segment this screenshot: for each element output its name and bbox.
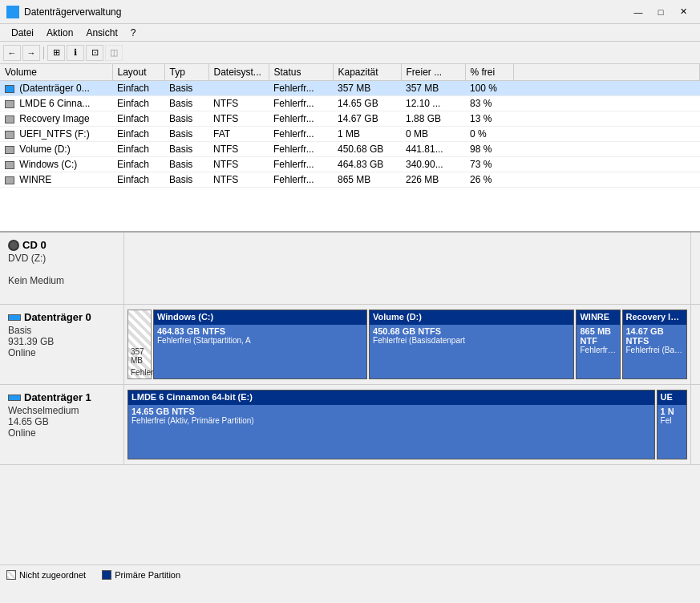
table-row[interactable]: WINRE Einfach Basis NTFS Fehlerfr... 865… [0, 172, 700, 188]
legend-primary: Primäre Partition [102, 570, 180, 580]
menu-ansicht[interactable]: Ansicht [79, 26, 123, 40]
disk1-type: Wechselmedium [8, 405, 115, 416]
table-row[interactable]: LMDE 6 Cinna... Einfach Basis NTFS Fehle… [0, 96, 700, 111]
forward-button[interactable]: → [22, 45, 40, 61]
disk0-icon [8, 314, 21, 321]
table-row[interactable]: (Datenträger 0... Einfach Basis Fehlerfr… [0, 81, 700, 96]
cell-extra [513, 81, 700, 96]
partition[interactable]: WINRE 865 MB NTF Fehlerfrei (B [576, 310, 620, 379]
partition-button[interactable]: ⊡ [86, 45, 103, 61]
partition-header: LMDE 6 Cinnamon 64-bit (E:) [128, 391, 654, 405]
cell-kapazitat: 14.67 GB [333, 111, 401, 127]
col-volume: Volume [0, 64, 112, 81]
toolbar: ← → ⊞ ℹ ⊡ ◫ [0, 42, 700, 64]
cell-freier: 441.81... [401, 142, 465, 157]
partition[interactable]: LMDE 6 Cinnamon 64-bit (E:) 14.65 GB NTF… [127, 390, 655, 459]
cell-extra [513, 157, 700, 172]
disk1-name: Datenträger 1 [8, 391, 115, 403]
disk1-icon [8, 395, 21, 401]
cell-volume: Volume (D:) [0, 142, 112, 157]
partition[interactable]: UE 1 N Fel [657, 390, 687, 459]
disabled-button[interactable]: ◫ [105, 45, 123, 61]
cell-freier: 0 MB [401, 127, 465, 142]
volume-table: Volume Layout Typ Dateisyst... Status Ka… [0, 64, 700, 188]
disk0-scrollbar [690, 305, 700, 384]
cell-volume: LMDE 6 Cinna... [0, 96, 112, 111]
col-layout: Layout [112, 64, 164, 81]
col-freier: Freier ... [401, 64, 465, 81]
cell-freier: 12.10 ... [401, 96, 465, 111]
cd-label: CD 0 DVD (Z:) Kein Medium [0, 233, 124, 304]
partition[interactable]: Windows (C:) 464.83 GB NTFS Fehlerfrei (… [153, 310, 367, 379]
disk0-partitions: 357 MBFehlerfrei Windows (C:) 464.83 GB … [124, 305, 690, 384]
close-button[interactable]: ✕ [673, 4, 694, 20]
partition-body: 450.68 GB NTFS Fehlerfrei (Basisdatenpar… [370, 325, 573, 378]
cell-dateisyst: NTFS [208, 172, 269, 188]
col-extra [513, 64, 700, 81]
cell-typ: Basis [164, 111, 208, 127]
cell-kapazitat: 14.65 GB [333, 96, 401, 111]
cd-drive-letter: DVD (Z:) [8, 253, 115, 264]
minimize-button[interactable]: — [628, 4, 649, 20]
cell-volume: Windows (C:) [0, 157, 112, 172]
maximize-button[interactable]: □ [650, 4, 671, 20]
cell-status: Fehlerfr... [269, 157, 333, 172]
status-bar: Nicht zugeordnet Primäre Partition [0, 565, 700, 584]
disk0-row: Datenträger 0 Basis 931.39 GB Online 357… [0, 305, 700, 385]
cd-status: Kein Medium [8, 275, 115, 286]
cell-layout: Einfach [112, 81, 164, 96]
col-prozent: % frei [465, 64, 513, 81]
cell-status: Fehlerfr... [269, 111, 333, 127]
cell-prozent: 0 % [465, 127, 513, 142]
disk1-size: 14.65 GB [8, 416, 115, 427]
disk1-status: Online [8, 427, 115, 439]
menu-aktion[interactable]: Aktion [40, 26, 79, 40]
menu-help[interactable]: ? [124, 26, 143, 40]
partition-header: Windows (C:) [154, 310, 366, 325]
cell-extra [513, 96, 700, 111]
cd-row: CD 0 DVD (Z:) Kein Medium [0, 233, 700, 305]
legend-primary-label: Primäre Partition [115, 570, 180, 580]
partition[interactable]: 357 MBFehlerfrei [127, 310, 152, 379]
cell-typ: Basis [164, 127, 208, 142]
partition[interactable]: Volume (D:) 450.68 GB NTFS Fehlerfrei (B… [369, 310, 574, 379]
table-row[interactable]: UEFI_NTFS (F:) Einfach Basis FAT Fehlerf… [0, 127, 700, 142]
cell-status: Fehlerfr... [269, 127, 333, 142]
cell-freier: 340.90... [401, 157, 465, 172]
volume-table-container: Volume Layout Typ Dateisyst... Status Ka… [0, 64, 700, 233]
cell-status: Fehlerfr... [269, 81, 333, 96]
col-typ: Typ [164, 64, 208, 81]
disk0-size: 931.39 GB [8, 336, 115, 347]
cell-dateisyst: NTFS [208, 142, 269, 157]
cell-volume: WINRE [0, 172, 112, 188]
disk-view-container: CD 0 DVD (Z:) Kein Medium Datenträger 0 … [0, 233, 700, 584]
partition-header: Recovery Image [623, 310, 687, 325]
cell-layout: Einfach [112, 127, 164, 142]
cell-volume: (Datenträger 0... [0, 81, 112, 96]
disk0-type: Basis [8, 325, 115, 336]
cell-typ: Basis [164, 172, 208, 188]
info-button[interactable]: ℹ [67, 45, 84, 61]
disk1-row: Datenträger 1 Wechselmedium 14.65 GB Onl… [0, 385, 700, 465]
table-row[interactable]: Windows (C:) Einfach Basis NTFS Fehlerfr… [0, 157, 700, 172]
cell-kapazitat: 865 MB [333, 172, 401, 188]
disk-view-button[interactable]: ⊞ [47, 45, 65, 61]
cd-icon [8, 240, 19, 251]
partition-body: 14.67 GB NTFS Fehlerfrei (Basisdat [623, 325, 687, 378]
menu-datei[interactable]: Datei [5, 26, 40, 40]
disk1-scrollbar [690, 385, 700, 464]
back-button[interactable]: ← [3, 45, 21, 61]
table-row[interactable]: Recovery Image Einfach Basis NTFS Fehler… [0, 111, 700, 127]
col-kapazitat: Kapazität [333, 64, 401, 81]
cell-prozent: 83 % [465, 96, 513, 111]
cell-dateisyst: NTFS [208, 157, 269, 172]
col-dateisyst: Dateisyst... [208, 64, 269, 81]
table-row[interactable]: Volume (D:) Einfach Basis NTFS Fehlerfr.… [0, 142, 700, 157]
cell-typ: Basis [164, 96, 208, 111]
cell-freier: 357 MB [401, 81, 465, 96]
cd-partitions [124, 233, 690, 304]
cell-layout: Einfach [112, 157, 164, 172]
cell-typ: Basis [164, 142, 208, 157]
partition[interactable]: Recovery Image 14.67 GB NTFS Fehlerfrei … [622, 310, 688, 379]
title-bar: Datenträgerverwaltung — □ ✕ [0, 0, 700, 24]
